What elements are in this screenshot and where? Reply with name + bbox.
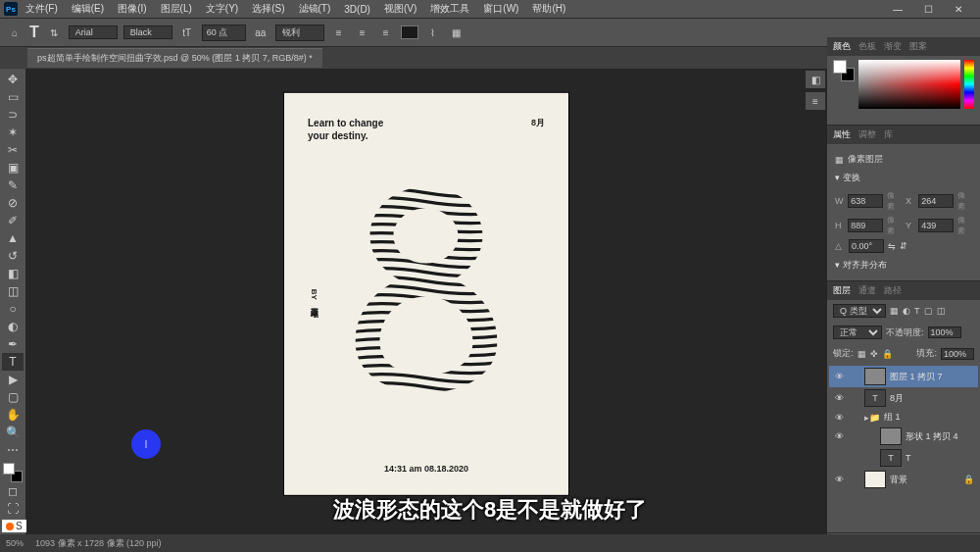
filter-type-icon[interactable]: T bbox=[914, 306, 920, 316]
align-right-icon[interactable]: ≡ bbox=[377, 25, 395, 40]
menu-filter[interactable]: 滤镜(T) bbox=[293, 0, 337, 18]
align-left-icon[interactable]: ≡ bbox=[330, 25, 348, 40]
color-field[interactable] bbox=[858, 60, 960, 109]
visibility-icon[interactable]: 👁 bbox=[833, 431, 845, 441]
text-color-swatch[interactable] bbox=[401, 25, 418, 39]
tab-properties[interactable]: 属性 bbox=[833, 128, 851, 141]
menu-view[interactable]: 视图(V) bbox=[378, 0, 422, 18]
menu-select[interactable]: 选择(S) bbox=[246, 0, 290, 18]
canvas[interactable]: Learn to change your destiny. 8月 BY 万晨曦 … bbox=[25, 69, 827, 534]
x-field[interactable] bbox=[918, 194, 954, 208]
edit-toolbar[interactable]: ⋯ bbox=[2, 441, 24, 459]
eraser-tool[interactable]: ◧ bbox=[2, 265, 24, 282]
angle-field[interactable] bbox=[849, 239, 884, 253]
crop-tool[interactable]: ✂ bbox=[2, 141, 24, 159]
height-field[interactable] bbox=[848, 219, 883, 232]
layer-row[interactable]: 👁背景🔒 bbox=[829, 469, 978, 490]
tab-paths[interactable]: 路径 bbox=[884, 284, 902, 297]
close-icon[interactable]: ✕ bbox=[949, 2, 968, 17]
color-swatches[interactable] bbox=[3, 463, 23, 482]
tab-patterns[interactable]: 图案 bbox=[909, 40, 927, 53]
path-select-tool[interactable]: ▶ bbox=[2, 371, 24, 388]
visibility-icon[interactable]: 👁 bbox=[833, 372, 845, 381]
font-size-field[interactable]: 60 点 bbox=[202, 25, 246, 41]
menu-3d[interactable]: 3D(D) bbox=[338, 2, 376, 17]
marquee-tool[interactable]: ▭ bbox=[2, 88, 24, 106]
screenmode-tool[interactable]: ⛶ bbox=[2, 500, 24, 518]
visibility-icon[interactable]: 👁 bbox=[833, 413, 845, 423]
blend-mode[interactable]: 正常 bbox=[833, 326, 882, 339]
filter-shape-icon[interactable]: ▢ bbox=[924, 306, 933, 316]
lock-icon[interactable]: 🔒 bbox=[882, 349, 893, 359]
visibility-icon[interactable]: 👁 bbox=[833, 475, 845, 484]
maximize-icon[interactable]: ☐ bbox=[918, 2, 939, 17]
zoom-tool[interactable]: 🔍 bbox=[2, 424, 24, 441]
menu-edit[interactable]: 编辑(E) bbox=[66, 0, 110, 18]
menu-help[interactable]: 帮助(H) bbox=[526, 0, 571, 18]
menu-plugins[interactable]: 增效工具 bbox=[424, 0, 475, 18]
hue-slider[interactable] bbox=[964, 60, 974, 109]
tab-adjust[interactable]: 调整 bbox=[858, 128, 876, 141]
orientation-icon[interactable]: ⇅ bbox=[45, 25, 63, 40]
filter-adjust-icon[interactable]: ◐ bbox=[903, 306, 910, 316]
wand-tool[interactable]: ✶ bbox=[2, 124, 24, 141]
tab-gradients[interactable]: 渐变 bbox=[884, 40, 902, 53]
tab-layers[interactable]: 图层 bbox=[833, 284, 851, 297]
lasso-tool[interactable]: ⊃ bbox=[2, 106, 24, 124]
align-center-icon[interactable]: ≡ bbox=[354, 25, 371, 40]
tab-libraries[interactable]: 库 bbox=[884, 128, 893, 141]
menu-layer[interactable]: 图层(L) bbox=[155, 0, 198, 18]
quickmask-tool[interactable]: ◻ bbox=[2, 482, 24, 500]
shape-tool[interactable]: ▢ bbox=[2, 388, 24, 406]
collapsed-panel-icon[interactable]: ≡ bbox=[806, 92, 825, 110]
zoom-level[interactable]: 50% bbox=[6, 538, 24, 548]
dodge-tool[interactable]: ◐ bbox=[2, 318, 24, 335]
visibility-icon[interactable]: 👁 bbox=[833, 393, 845, 403]
transform-section[interactable]: ▾ 变换 bbox=[835, 169, 972, 187]
tab-swatches[interactable]: 色板 bbox=[858, 40, 876, 53]
blur-tool[interactable]: ○ bbox=[2, 300, 24, 318]
layer-row[interactable]: 👁形状 1 拷贝 4 bbox=[829, 426, 978, 447]
y-field[interactable] bbox=[918, 219, 954, 232]
menu-image[interactable]: 图像(I) bbox=[112, 0, 152, 18]
flip-h-icon[interactable]: ⇋ bbox=[888, 241, 896, 251]
menu-type[interactable]: 文字(Y) bbox=[200, 0, 244, 18]
layer-row[interactable]: 👁图层 1 拷贝 7 bbox=[829, 366, 978, 387]
tab-color[interactable]: 颜色 bbox=[833, 40, 851, 53]
document-tab[interactable]: ps超简单手绘制作空间扭曲字效.psd @ 50% (图层 1 拷贝 7, RG… bbox=[27, 48, 322, 68]
flip-v-icon[interactable]: ⇵ bbox=[900, 241, 907, 251]
layer-row[interactable]: 👁▸📁组 1 bbox=[829, 409, 978, 426]
width-field[interactable] bbox=[848, 194, 883, 208]
align-section[interactable]: ▾ 对齐并分布 bbox=[835, 256, 972, 275]
font-family-select[interactable]: Arial bbox=[69, 25, 118, 39]
panel-color-swatch[interactable] bbox=[833, 60, 855, 81]
menu-window[interactable]: 窗口(W) bbox=[477, 0, 524, 18]
type-tool-icon[interactable]: T bbox=[29, 24, 39, 41]
layer-row[interactable]: 👁T8月 bbox=[829, 387, 978, 409]
lock-all-icon[interactable]: ▦ bbox=[858, 349, 866, 359]
filter-smart-icon[interactable]: ◫ bbox=[937, 306, 946, 316]
brush-tool[interactable]: ✐ bbox=[2, 212, 24, 229]
heal-tool[interactable]: ⊘ bbox=[2, 194, 24, 212]
frame-tool[interactable]: ▣ bbox=[2, 159, 24, 176]
opacity-field[interactable] bbox=[928, 326, 961, 338]
history-brush-tool[interactable]: ↺ bbox=[2, 247, 24, 265]
menu-file[interactable]: 文件(F) bbox=[20, 0, 64, 18]
layer-row[interactable]: TT bbox=[829, 447, 978, 469]
font-weight-select[interactable]: Black bbox=[123, 25, 172, 39]
warp-text-icon[interactable]: ⌇ bbox=[424, 25, 442, 40]
lock-pos-icon[interactable]: ✜ bbox=[870, 349, 878, 359]
collapsed-panel-icon[interactable]: ◧ bbox=[806, 71, 825, 88]
minimize-icon[interactable]: — bbox=[887, 2, 908, 17]
panel-toggle-icon[interactable]: ▦ bbox=[448, 25, 466, 40]
eyedropper-tool[interactable]: ✎ bbox=[2, 176, 24, 194]
pen-tool[interactable]: ✒ bbox=[2, 335, 24, 353]
gradient-tool[interactable]: ◫ bbox=[2, 282, 24, 300]
layer-filter[interactable]: Q 类型 bbox=[833, 304, 886, 318]
fill-field[interactable] bbox=[941, 348, 974, 360]
hand-tool[interactable]: ✋ bbox=[2, 406, 24, 424]
home-icon[interactable]: ⌂ bbox=[6, 24, 24, 41]
stamp-tool[interactable]: ▲ bbox=[2, 229, 24, 247]
type-tool[interactable]: T bbox=[2, 353, 24, 371]
move-tool[interactable]: ✥ bbox=[2, 71, 24, 88]
